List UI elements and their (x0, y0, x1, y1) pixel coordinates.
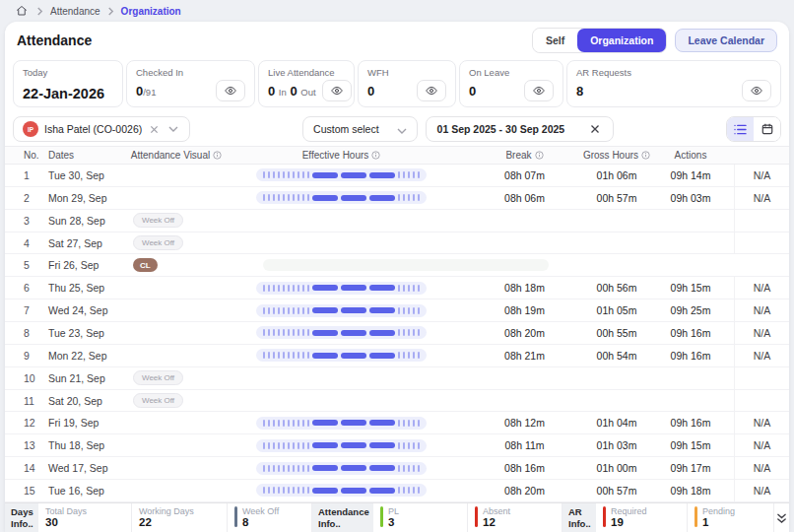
date-range-input[interactable]: 01 Sep 2025 - 30 Sep 2025 (426, 116, 615, 142)
attendance-tick (307, 420, 309, 427)
eye-icon[interactable] (524, 80, 554, 101)
attendance-segment (341, 195, 366, 201)
attendance-tick (408, 285, 410, 292)
row-actions: N/A (734, 457, 789, 479)
leave-calendar-button[interactable]: Leave Calendar (675, 29, 777, 52)
effective-hours: 08h 20m (463, 327, 586, 339)
attendance-segment (312, 172, 338, 178)
attendance-tick (278, 465, 280, 472)
column-header-label: No. (24, 150, 39, 161)
attendance-visual-bar (256, 349, 427, 362)
attendance-tick (288, 329, 290, 336)
attendance-tick (403, 329, 405, 336)
attendance-tick (293, 307, 295, 314)
home-icon[interactable] (14, 5, 30, 17)
column-header-break: Break (463, 150, 586, 161)
break-hours: 00h 57m (586, 192, 647, 204)
eye-icon[interactable] (216, 80, 245, 101)
attendance-segment (312, 195, 338, 201)
attendance-tick (302, 487, 304, 494)
info-icon[interactable] (371, 151, 380, 160)
summary-stat-label: Working Days (139, 506, 194, 516)
organization-tab[interactable]: Organization (577, 29, 666, 52)
table-header: No.DatesAttendance VisualEffective Hours… (5, 146, 789, 165)
attendance-tick (283, 352, 285, 359)
ar-requests-value: 8 (576, 84, 583, 99)
row-date: Wed 17, Sep (44, 462, 133, 474)
attendance-tick (288, 285, 290, 292)
attendance-tick (283, 442, 285, 449)
column-header-label: Break (505, 150, 531, 161)
eye-icon[interactable] (417, 80, 446, 101)
effective-hours: 08h 21m (463, 350, 586, 362)
chevron-down-icon (397, 120, 407, 138)
self-tab[interactable]: Self (533, 29, 577, 52)
page-header: Attendance Self Organization Leave Calen… (5, 22, 789, 59)
attendance-tick (408, 442, 410, 449)
eye-icon[interactable] (742, 80, 771, 101)
attendance-tick (288, 487, 290, 494)
custom-select-dropdown[interactable]: Custom select (302, 116, 418, 142)
calendar-view-icon[interactable] (754, 117, 780, 141)
column-header-label: Effective Hours (302, 150, 369, 161)
attendance-visual-cell (220, 168, 463, 181)
row-number: 11 (5, 395, 44, 407)
summary-stat-label: Week Off (242, 506, 279, 516)
row-date: Wed 24, Sep (44, 304, 133, 316)
attendance-tick (307, 442, 309, 449)
break-hours: 01h 05m (586, 304, 647, 316)
attendance-visual-cell (220, 326, 463, 339)
summary-stat-label: Pending (702, 506, 735, 516)
attendance-segment (312, 420, 338, 426)
breadcrumb-organization[interactable]: Organization (121, 6, 181, 17)
attendance-tick (398, 465, 400, 472)
chevrons-down-icon[interactable] (774, 503, 789, 532)
table-row: 14Wed 17, Sep08h 16m01h 00m09h 17mN/A (5, 457, 789, 480)
attendance-visual-bar (256, 417, 427, 430)
attendance-tick (298, 487, 299, 494)
chevron-down-icon[interactable] (166, 126, 180, 132)
attendance-tick (273, 285, 275, 292)
attendance-segment (312, 465, 338, 471)
employee-chip[interactable]: IP Isha Patel (CO-0026) (13, 116, 190, 142)
row-actions: N/A (734, 165, 789, 186)
attendance-tick (288, 442, 290, 449)
attendance-visual-bar (256, 304, 427, 317)
attendance-tick (413, 442, 415, 449)
row-actions: N/A (734, 299, 789, 321)
week-off-badge: Week Off (133, 370, 183, 385)
attendance-tick (298, 307, 299, 314)
row-number: 3 (5, 215, 44, 227)
effective-hours: 08h 07m (463, 169, 586, 181)
attendance-tick (403, 442, 405, 449)
attendance-tick (293, 352, 295, 359)
close-icon[interactable] (148, 125, 161, 134)
attendance-tick (307, 487, 309, 494)
attendance-tick (283, 171, 285, 178)
attendance-segment (369, 172, 395, 178)
attendance-segment (369, 195, 395, 201)
attendance-segment (312, 330, 338, 336)
attendance-visual-bar (256, 191, 427, 204)
column-header-label: Gross Hours (583, 150, 638, 161)
close-icon[interactable] (588, 124, 602, 134)
attendance-tick (418, 465, 420, 472)
row-number: 1 (5, 169, 44, 181)
checked-in-value: 0/91 (136, 84, 156, 99)
eye-icon[interactable] (322, 80, 352, 101)
summary-stat-value: 22 (139, 516, 194, 528)
attendance-tick (403, 487, 405, 494)
list-view-icon[interactable] (727, 117, 754, 141)
info-icon[interactable] (535, 151, 544, 160)
stat-live-attendance: Live Attendance 0 In 0 Out (258, 60, 355, 107)
summary-bar: DaysInfo..Total Days30Working Days22Week… (5, 502, 789, 532)
breadcrumb-attendance[interactable]: Attendance (50, 6, 100, 17)
summary-accent-bar (603, 506, 606, 527)
gross-hours: 09h 25m (647, 304, 734, 316)
row-date: Sat 27, Sep (44, 237, 133, 249)
row-badge-cell: Week Off (133, 213, 220, 228)
summary-stat-working-days: Working Days22 (132, 503, 228, 532)
summary-stat-total-days: Total Days30 (38, 503, 132, 532)
column-header-effective-hours: Effective Hours (220, 150, 463, 161)
attendance-tick (273, 194, 275, 201)
